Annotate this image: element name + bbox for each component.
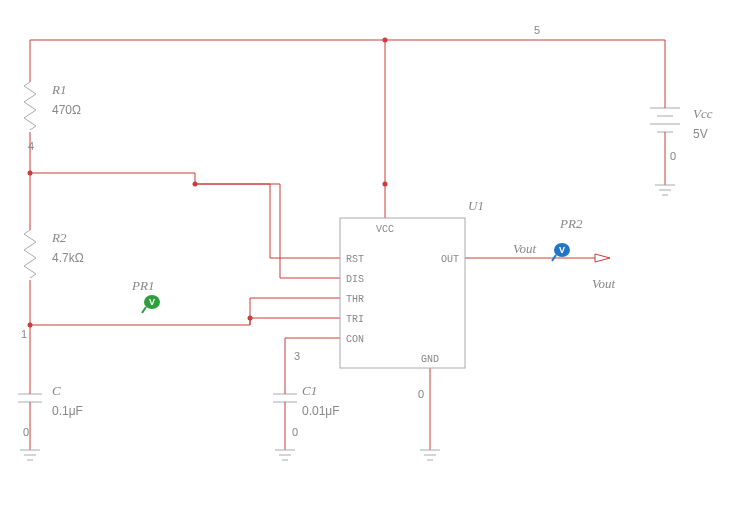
ground-u1 — [420, 450, 440, 460]
svg-point-1 — [383, 182, 388, 187]
svg-point-5 — [193, 182, 198, 187]
ground-c1 — [275, 450, 295, 460]
ground-vcc — [655, 185, 675, 195]
pin-rst: RST — [346, 254, 364, 265]
schematic-svg: VCC RST DIS THR TRI CON GND OUT V V R1 4… — [0, 0, 747, 509]
value-c1: 0.01μF — [302, 404, 340, 418]
label-vout-net: Vout — [513, 241, 537, 256]
pin-tri: TRI — [346, 314, 364, 325]
net-5: 5 — [534, 24, 540, 36]
pin-vcc: VCC — [376, 224, 394, 235]
schematic-canvas: VCC RST DIS THR TRI CON GND OUT V V R1 4… — [0, 0, 747, 509]
net-0a: 0 — [23, 426, 29, 438]
net-3: 3 — [294, 350, 300, 362]
pin-out: OUT — [441, 254, 459, 265]
wire-thr — [250, 298, 340, 325]
label-c1: C1 — [302, 383, 317, 398]
pin-thr: THR — [346, 294, 364, 305]
svg-rect-20 — [340, 218, 465, 368]
label-vout-port: Vout — [592, 276, 616, 291]
value-r2: 4.7kΩ — [52, 251, 84, 265]
net-1: 1 — [21, 328, 27, 340]
wire-tri — [250, 318, 340, 325]
svg-point-4 — [28, 171, 33, 176]
wire-node4-rst — [30, 173, 340, 258]
svg-point-3 — [28, 323, 33, 328]
value-r1: 470Ω — [52, 103, 81, 117]
svg-point-2 — [248, 316, 253, 321]
svg-point-0 — [383, 38, 388, 43]
pin-dis: DIS — [346, 274, 364, 285]
pin-con: CON — [346, 334, 364, 345]
pin-gnd: GND — [421, 354, 439, 365]
value-vcc: 5V — [693, 127, 708, 141]
value-c: 0.1μF — [52, 404, 83, 418]
ic-u1: VCC RST DIS THR TRI CON GND OUT — [340, 218, 465, 368]
label-pr1: PR1 — [131, 278, 154, 293]
label-u1: U1 — [468, 198, 484, 213]
svg-text:V: V — [149, 297, 155, 307]
capacitor-c — [18, 390, 42, 406]
battery-vcc — [650, 100, 680, 140]
resistor-r1 — [24, 82, 36, 130]
label-vcc: Vcc — [693, 106, 713, 121]
probe-pr1: V — [142, 295, 160, 313]
svg-text:V: V — [559, 245, 565, 255]
label-pr2: PR2 — [559, 216, 583, 231]
ground-c — [20, 450, 40, 460]
net-4: 4 — [28, 140, 34, 152]
net-0d: 0 — [670, 150, 676, 162]
net-0c: 0 — [418, 388, 424, 400]
label-r1: R1 — [51, 82, 66, 97]
label-c: C — [52, 383, 61, 398]
label-r2: R2 — [51, 230, 67, 245]
resistor-r2 — [24, 230, 36, 278]
net-0b: 0 — [292, 426, 298, 438]
vout-arrow — [595, 254, 610, 262]
wire-node4-dis — [195, 184, 340, 278]
capacitor-c1 — [273, 390, 297, 406]
